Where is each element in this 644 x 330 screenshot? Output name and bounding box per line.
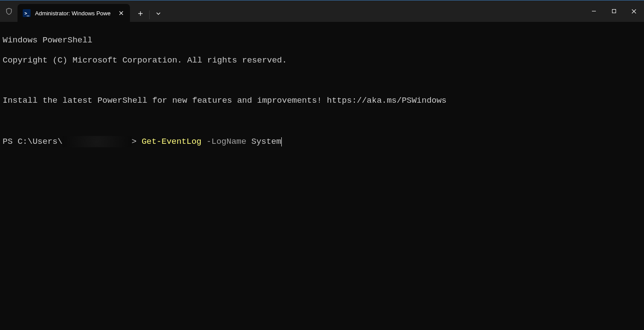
tab-action-divider [149,10,150,19]
prompt-suffix: > [132,137,142,147]
close-icon [631,9,637,14]
plus-icon [138,11,143,16]
titlebar-drag-area[interactable] [166,0,584,22]
minimize-button[interactable] [584,0,604,22]
window-close-button[interactable] [624,0,644,22]
output-line: Copyright (C) Microsoft Corporation. All… [3,56,641,66]
powershell-icon: >_ [23,9,31,17]
blank-line [3,116,641,126]
tab-actions [130,0,166,22]
close-icon [119,11,123,15]
command-cmdlet: Get-EventLog [142,137,202,147]
text-cursor [281,137,282,146]
chevron-down-icon [156,11,161,16]
minimize-icon [592,9,596,14]
svg-rect-5 [612,10,616,13]
maximize-icon [612,9,616,14]
command-arg: System [252,137,281,147]
admin-shield-icon [0,0,18,22]
command-param: -LogName [201,137,251,147]
prompt-line: PS C:\Users\> Get-EventLog -LogName Syst… [3,136,641,147]
output-line: Windows PowerShell [3,35,641,45]
output-line: Install the latest PowerShell for new fe… [3,96,641,106]
tab-powershell[interactable]: >_ Administrator: Windows Powe [18,4,130,22]
maximize-button[interactable] [604,0,624,22]
prompt-prefix: PS C:\Users\ [3,137,63,147]
redacted-username [63,136,132,147]
window-controls [584,0,644,22]
terminal-output[interactable]: Windows PowerShell Copyright (C) Microso… [0,22,644,161]
blank-line [3,76,641,86]
tab-title: Administrator: Windows Powe [35,10,111,17]
tab-dropdown-button[interactable] [150,7,166,21]
titlebar: >_ Administrator: Windows Powe [0,0,644,22]
new-tab-button[interactable] [133,7,148,21]
tab-close-button[interactable] [117,9,126,17]
